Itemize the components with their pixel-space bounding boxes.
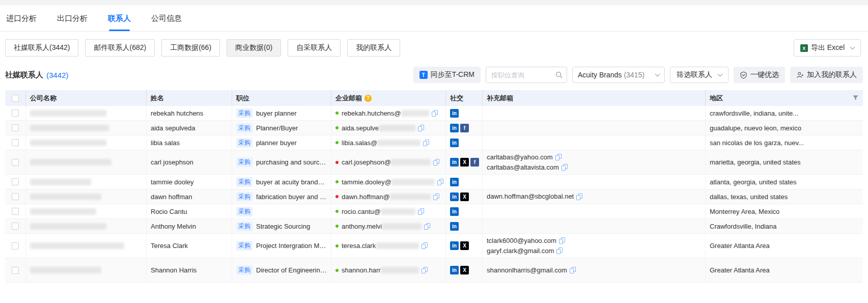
extra-email-text[interactable]: dawn.hoffman@sbcglobal.net: [487, 191, 574, 202]
linkedin-icon[interactable]: in: [450, 192, 459, 201]
copy-icon[interactable]: [424, 223, 430, 230]
contact-name: rebekah hutchens: [151, 109, 203, 117]
chevron-down-icon: [850, 45, 855, 50]
sync-to-tcrm-button[interactable]: T 同步至T-CRM: [413, 67, 481, 83]
filter-business-registry[interactable]: 工商数据(66): [161, 39, 220, 57]
copy-icon[interactable]: [433, 194, 439, 200]
header-position: 职位: [232, 90, 331, 106]
copy-icon[interactable]: [432, 110, 438, 117]
row-checkbox[interactable]: [12, 124, 19, 131]
tab-company-info[interactable]: 公司信息: [151, 14, 182, 31]
facebook-icon[interactable]: f: [460, 124, 469, 132]
copy-icon[interactable]: [556, 247, 563, 254]
email-address[interactable]: aida.sepulve: [342, 124, 379, 132]
filter-social-contacts[interactable]: 社媒联系人(3442): [5, 39, 78, 57]
email-address[interactable]: libia.salas@: [342, 139, 377, 147]
tab-export-analysis[interactable]: 出口分析: [57, 14, 88, 31]
company-name-redacted[interactable]: [30, 223, 106, 230]
filter-email-contacts[interactable]: 邮件联系人(682): [85, 39, 155, 57]
tab-contacts[interactable]: 联系人: [108, 14, 131, 31]
company-name-redacted[interactable]: [30, 267, 101, 273]
linkedin-icon[interactable]: in: [450, 241, 459, 250]
export-excel-button[interactable]: x 导出 Excel: [794, 39, 861, 57]
copy-icon[interactable]: [562, 164, 568, 171]
email-address[interactable]: rebekah.hutchens@: [342, 109, 401, 117]
company-select[interactable]: Acuity Brands (3415): [572, 67, 665, 83]
copy-icon[interactable]: [555, 154, 562, 160]
x-icon[interactable]: X: [460, 192, 469, 201]
email-address[interactable]: carl.josephson@: [342, 158, 391, 166]
email-address[interactable]: tammie.dooley@: [342, 178, 391, 186]
linkedin-icon[interactable]: in: [450, 266, 459, 274]
filter-commercial-data[interactable]: 商业数据(0): [227, 39, 281, 57]
row-checkbox[interactable]: [12, 223, 19, 230]
extra-email-text[interactable]: tclark6000@yahoo.com: [487, 236, 556, 246]
row-checkbox[interactable]: [12, 208, 19, 215]
company-name-redacted[interactable]: [30, 159, 111, 166]
extra-email-text[interactable]: shannonlharris@gmail.com: [487, 265, 567, 276]
company-name-redacted[interactable]: [30, 242, 124, 249]
row-checkbox[interactable]: [12, 193, 19, 200]
company-name-redacted[interactable]: [30, 125, 109, 131]
filter-funnel-icon[interactable]: [852, 95, 859, 101]
filter-my-contacts[interactable]: 我的联系人: [347, 39, 400, 57]
linkedin-icon[interactable]: in: [450, 158, 459, 167]
copy-icon[interactable]: [422, 242, 428, 249]
select-all-checkbox[interactable]: [12, 95, 19, 102]
company-name-redacted[interactable]: [30, 208, 96, 215]
extra-email-text[interactable]: garyf.clark@gmail.com: [487, 246, 554, 256]
row-checkbox[interactable]: [12, 178, 19, 185]
linkedin-icon[interactable]: in: [450, 139, 459, 147]
company-name-redacted[interactable]: [30, 194, 101, 200]
linkedin-icon[interactable]: in: [450, 109, 459, 118]
x-icon[interactable]: X: [460, 241, 469, 250]
company-name-redacted[interactable]: [30, 179, 91, 185]
row-checkbox[interactable]: [12, 242, 19, 250]
x-icon[interactable]: X: [460, 158, 469, 167]
linkedin-icon[interactable]: in: [450, 222, 459, 231]
cell-company: [25, 150, 146, 174]
tab-import-analysis[interactable]: 进口分析: [6, 14, 37, 31]
extra-email: garyf.clark@gmail.com: [487, 246, 563, 256]
filter-contacts-button[interactable]: 筛选联系人: [670, 67, 729, 83]
copy-icon[interactable]: [437, 179, 443, 185]
row-checkbox[interactable]: [12, 159, 19, 166]
header-email: 企业邮箱 ?: [331, 90, 445, 106]
email-address[interactable]: dawn.hoffman@: [342, 193, 390, 201]
add-to-my-contacts-button[interactable]: 加入我的联系人: [790, 67, 863, 83]
email-address[interactable]: rocio.cantu@: [342, 208, 381, 215]
email-address[interactable]: anthony.melvi: [342, 223, 382, 230]
cell-social: in: [445, 175, 482, 189]
linkedin-icon[interactable]: in: [450, 178, 459, 186]
one-click-optimize-button[interactable]: 一键优选: [734, 67, 785, 83]
cell-position: 采购Strategic Sourcing: [232, 219, 331, 233]
row-checkbox[interactable]: [12, 139, 19, 146]
position-search-input[interactable]: [490, 71, 555, 79]
copy-icon[interactable]: [433, 159, 439, 166]
copy-icon[interactable]: [422, 267, 428, 273]
copy-icon[interactable]: [576, 194, 582, 200]
row-checkbox[interactable]: [12, 109, 19, 117]
region-text: crawfordsville, indiana, unite...: [710, 109, 798, 117]
extra-email-text[interactable]: carltabas@altavista.com: [487, 162, 559, 173]
copy-icon[interactable]: [570, 267, 576, 273]
x-icon[interactable]: X: [460, 266, 469, 274]
cell-social: inf: [445, 121, 482, 135]
cell-checkbox: [5, 175, 25, 189]
filter-self-collected[interactable]: 自采联系人: [288, 39, 341, 57]
copy-icon[interactable]: [423, 140, 429, 146]
company-name-redacted[interactable]: [30, 110, 106, 117]
email-address[interactable]: shannon.harr: [342, 266, 381, 274]
copy-icon[interactable]: [418, 125, 424, 131]
copy-icon[interactable]: [559, 237, 565, 244]
company-name-redacted[interactable]: [30, 140, 106, 146]
help-icon[interactable]: ?: [365, 95, 372, 102]
extra-email-text[interactable]: carltabas@yahoo.com: [487, 152, 553, 162]
cell-region: crawfordsville, indiana, unite...: [705, 106, 863, 120]
linkedin-icon[interactable]: in: [450, 124, 459, 132]
copy-icon[interactable]: [418, 208, 424, 215]
email-address[interactable]: teresa.clark: [342, 242, 376, 250]
linkedin-icon[interactable]: in: [450, 207, 459, 216]
facebook-icon[interactable]: f: [470, 158, 479, 167]
row-checkbox[interactable]: [12, 267, 19, 274]
